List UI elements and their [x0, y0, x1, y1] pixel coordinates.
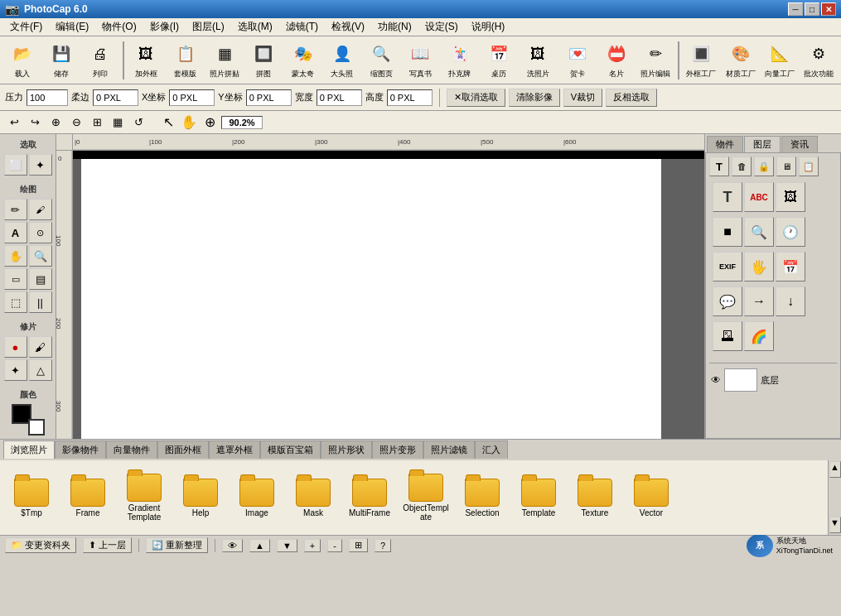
panel-arrow-right-icon[interactable]: →: [744, 286, 774, 316]
invert-select-button[interactable]: 反相选取: [606, 89, 657, 107]
menu-function[interactable]: 功能(N): [371, 18, 418, 36]
edge-input[interactable]: [93, 89, 138, 106]
tab-frames[interactable]: 图面外框: [157, 440, 209, 459]
namecard-button[interactable]: 📛 名片: [597, 40, 635, 81]
grid-button[interactable]: ⊞: [88, 113, 106, 132]
panel-text-tool[interactable]: T: [713, 182, 742, 212]
menu-settings[interactable]: 设定(S): [418, 18, 465, 36]
folder-objecttemplate[interactable]: ObjectTemplate: [401, 474, 451, 522]
menu-layer[interactable]: 图层(L): [186, 18, 231, 36]
photobook-button[interactable]: 📖 写真书: [402, 40, 439, 81]
tab-object[interactable]: 物件: [707, 136, 743, 152]
poker-button[interactable]: 🃏 扑克牌: [441, 40, 478, 81]
plus-button[interactable]: +: [304, 539, 321, 552]
rect-select-tool[interactable]: ⬜: [4, 154, 27, 176]
snap-button[interactable]: ↺: [129, 113, 147, 132]
reorganize-button[interactable]: 🔄 重新整理: [146, 537, 208, 553]
white-canvas[interactable]: [81, 159, 661, 439]
menu-object[interactable]: 物件(O): [95, 18, 143, 36]
scrollbar-up[interactable]: ▲: [829, 461, 841, 478]
help-button[interactable]: ?: [375, 539, 391, 552]
batch-button[interactable]: ⚙ 批次功能: [800, 40, 838, 81]
y-input[interactable]: [246, 89, 292, 106]
eye-button[interactable]: 👁: [222, 539, 243, 552]
hand-move-tool[interactable]: ✋: [4, 245, 27, 267]
vector-factory-button[interactable]: 📐 向量工厂: [761, 40, 798, 81]
minimize-button[interactable]: ─: [788, 2, 803, 16]
width-input[interactable]: [317, 89, 362, 106]
gradient-tool[interactable]: ▤: [29, 268, 52, 290]
portrait-button[interactable]: 👤 大头照: [323, 40, 360, 81]
shape-tool[interactable]: ⬚: [4, 291, 27, 313]
x-input[interactable]: [169, 89, 215, 106]
panel-clock-icon[interactable]: 🕐: [776, 217, 805, 247]
folder-template[interactable]: Template: [514, 479, 563, 517]
maximize-button[interactable]: □: [805, 2, 819, 16]
crosshair-tool[interactable]: ⊕: [201, 113, 219, 132]
canvas-area[interactable]: |0 |100 |200 |300 |400 |500 |600 0 100 2…: [56, 134, 704, 439]
redo-button[interactable]: ↪: [26, 113, 44, 132]
save-button[interactable]: 💾 储存: [42, 40, 80, 81]
panel-abc-tool[interactable]: ABC: [744, 182, 774, 212]
scrollbar-down[interactable]: ▼: [829, 517, 841, 533]
smear-tool[interactable]: ✦: [4, 359, 27, 381]
cancel-select-button[interactable]: ✕取消选取: [447, 89, 505, 107]
folder-image[interactable]: Image: [232, 479, 282, 517]
menu-help[interactable]: 说明(H): [465, 18, 512, 36]
menu-select[interactable]: 选取(M): [231, 18, 279, 36]
eraser-tool[interactable]: ▭: [4, 268, 27, 290]
up-arrow-button[interactable]: ▲: [249, 539, 270, 552]
panel-magnify-icon[interactable]: 🔍: [744, 217, 774, 247]
menu-edit[interactable]: 编辑(E): [49, 18, 95, 36]
tab-info[interactable]: 资讯: [781, 136, 818, 152]
pencil-tool[interactable]: ✏: [4, 199, 27, 220]
tab-mask-frames[interactable]: 遮罩外框: [209, 440, 260, 459]
tab-vectors[interactable]: 向量物件: [106, 440, 157, 459]
brush-tool[interactable]: 🖌: [29, 199, 52, 220]
frame-button[interactable]: 🖼 加外框: [128, 40, 165, 81]
panel-speech-icon[interactable]: 💬: [713, 286, 742, 316]
calendar-button[interactable]: 📅 桌历: [480, 40, 517, 81]
ruler-measure-tool[interactable]: ||: [29, 291, 52, 313]
zoom-tool[interactable]: 🔍: [29, 245, 52, 267]
load-button[interactable]: 📂 载入: [3, 40, 41, 81]
tab-browse[interactable]: 浏览照片: [3, 440, 55, 459]
background-color[interactable]: [28, 419, 45, 436]
height-input[interactable]: [387, 89, 433, 106]
greeting-button[interactable]: 💌 贺卡: [558, 40, 596, 81]
canvas-content[interactable]: [73, 151, 704, 439]
folder-gradient[interactable]: Gradient Template: [119, 474, 169, 522]
heal-tool[interactable]: ●: [4, 336, 27, 358]
layer-delete-icon[interactable]: 🗑: [732, 156, 752, 176]
panel-color-icon[interactable]: 🌈: [744, 321, 774, 351]
close-button[interactable]: ✕: [821, 2, 836, 16]
undo-button[interactable]: ↩: [5, 113, 23, 132]
tab-objects[interactable]: 影像物件: [55, 440, 106, 459]
menu-file[interactable]: 文件(F): [3, 18, 49, 36]
minus-button[interactable]: -: [327, 539, 342, 552]
cursor-tool[interactable]: ↖: [159, 113, 177, 132]
clear-image-button[interactable]: 清除影像: [509, 89, 560, 107]
folder-selection[interactable]: Selection: [457, 479, 507, 517]
copy-button[interactable]: ⊕: [46, 113, 65, 132]
change-category-button[interactable]: 📁 变更资科夹: [5, 537, 76, 553]
print-button[interactable]: 🖨 列印: [82, 40, 119, 81]
up-level-button[interactable]: ⬆ 上一层: [83, 537, 132, 553]
layer-text-icon[interactable]: T: [709, 156, 729, 176]
panel-photo-icon[interactable]: 🖼: [776, 182, 805, 212]
hand-tool[interactable]: ✋: [180, 113, 198, 132]
editphoto-button[interactable]: ✏ 照片编辑: [636, 40, 674, 81]
panel-exif-icon[interactable]: EXIF: [713, 252, 742, 282]
panel-photo2-icon[interactable]: 🗳: [713, 321, 742, 351]
material-factory-button[interactable]: 🎨 材质工厂: [722, 40, 759, 81]
move-button[interactable]: ⊞: [349, 538, 368, 552]
crop-button[interactable]: V裁切: [563, 89, 602, 107]
tab-layer[interactable]: 图层: [744, 136, 781, 152]
tab-filters[interactable]: 照片滤镜: [423, 440, 475, 459]
montage-button[interactable]: 🎭 蒙太奇: [284, 40, 321, 81]
panel-shape-icon[interactable]: ■: [713, 217, 742, 247]
layer-copy-icon[interactable]: 📋: [799, 156, 819, 176]
ruler-button[interactable]: ▦: [109, 113, 127, 132]
folder-mask[interactable]: Mask: [288, 479, 338, 517]
tab-shapes[interactable]: 照片形状: [321, 440, 372, 459]
